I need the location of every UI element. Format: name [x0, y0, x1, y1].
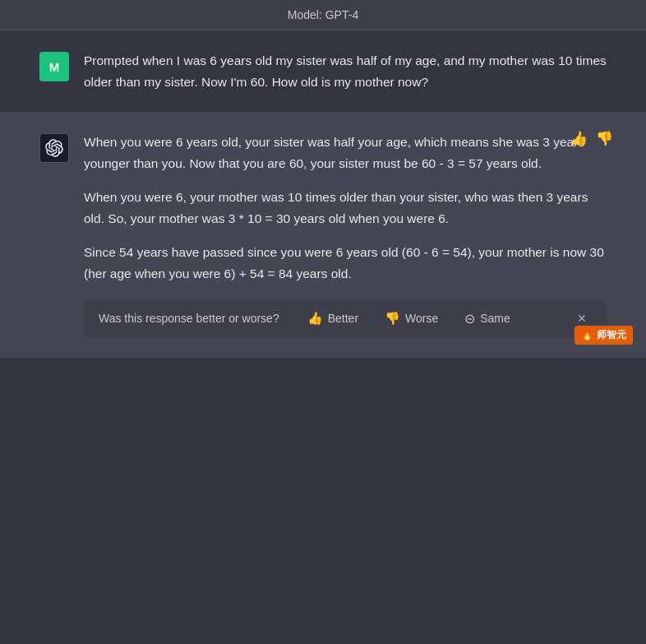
thumbs-up-button[interactable]: 👍	[570, 130, 588, 147]
user-avatar: M	[39, 52, 69, 81]
thumb-up-icon: 👍	[307, 311, 323, 326]
assistant-message-row: When you were 6 years old, your sister w…	[0, 112, 646, 357]
assistant-message-content: When you were 6 years old, your sister w…	[84, 132, 607, 337]
watermark: 🔥 师智元	[574, 326, 633, 345]
close-icon: ✕	[577, 312, 587, 325]
top-bar: Model: GPT-4	[0, 0, 646, 30]
user-message-content: Prompted when I was 6 years old my siste…	[84, 50, 607, 92]
user-message-row: M Prompted when I was 6 years old my sis…	[0, 30, 646, 112]
same-button[interactable]: ⊝ Same	[459, 309, 515, 328]
feedback-prompt: Was this response better or worse?	[99, 309, 279, 328]
close-feedback-button[interactable]: ✕	[572, 310, 592, 327]
equals-icon: ⊝	[464, 311, 475, 327]
thumbs-down-button[interactable]: 👎	[596, 130, 613, 147]
worse-button[interactable]: 👎 Worse	[380, 309, 443, 327]
better-button[interactable]: 👍 Better	[302, 309, 363, 327]
thumb-down-icon: 👎	[385, 311, 400, 326]
thumbs-down-icon: 👎	[596, 130, 613, 147]
message-feedback-icons: 👍 👎	[570, 130, 613, 147]
bot-avatar	[39, 133, 69, 163]
feedback-bar: Was this response better or worse? 👍 Bet…	[84, 299, 607, 338]
thumbs-up-icon: 👍	[570, 130, 588, 147]
model-label: Model: GPT-4	[288, 8, 358, 21]
